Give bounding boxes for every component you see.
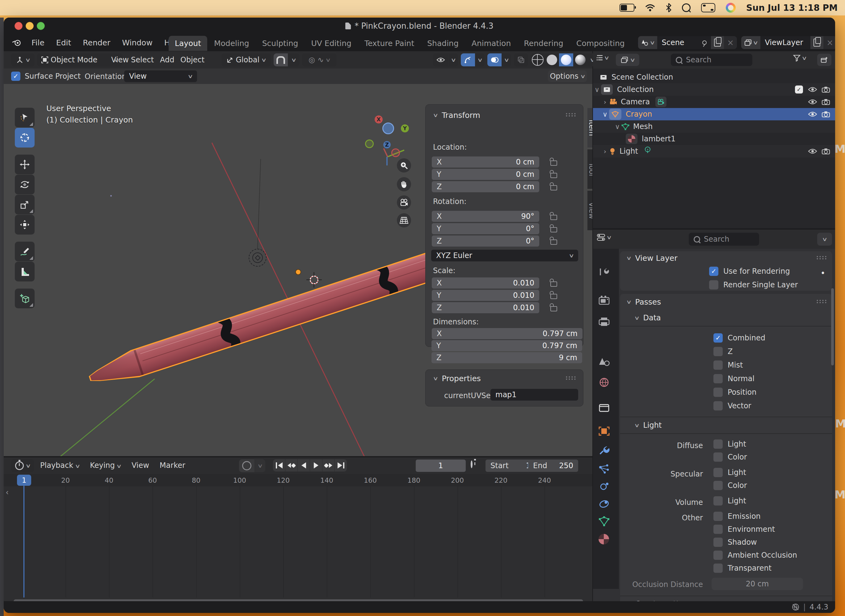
render-camera-icon[interactable] [821,111,830,117]
timeline-editor-type[interactable]: ∨ [11,459,34,472]
other-shadow-checkbox[interactable] [713,538,723,547]
tab-particles[interactable] [598,463,610,475]
viewport-menu-view[interactable]: View [111,56,129,64]
surface-project-checkbox[interactable]: ✓ [11,72,21,81]
jump-to-start-button[interactable] [273,459,285,472]
pass-z-checkbox[interactable] [713,347,723,356]
navigation-gizmo[interactable]: X Y Z [359,109,414,152]
diffuse-color-checkbox[interactable] [713,452,723,462]
properties-options-dropdown[interactable]: ∨ [817,233,832,246]
transform-orientation-selector[interactable]: Global ∨ [222,53,271,66]
render-single-layer-checkbox[interactable] [709,280,719,289]
blender-logo-icon[interactable] [12,38,21,47]
orientation-dropdown[interactable]: View ∨ [124,70,197,82]
timeline-menu-marker[interactable]: Marker [160,461,185,470]
timeline-ruler[interactable]: 20 40 60 80 100 120 140 160 180 200 220 … [4,474,592,486]
tool-transform[interactable] [15,215,35,235]
gizmo-axis-y-neg[interactable] [365,139,374,148]
npanel-tab-view[interactable]: View [588,191,592,230]
auto-keying-toggle[interactable] [239,459,254,472]
light-subpanel-title[interactable]: Light [643,421,661,430]
chevron-down-icon[interactable]: ∨ [626,255,632,261]
playhead-frame-badge[interactable]: 1 [17,475,31,486]
pass-mist-checkbox[interactable] [713,361,723,370]
object-origin-dot[interactable] [295,269,301,275]
timeline-menu-keying[interactable]: Keying ∨ [90,461,121,470]
tool-measure[interactable] [15,262,35,282]
workspace-tab-compositing[interactable]: Compositing [570,36,631,51]
outliner-editor-type[interactable]: ∨ [596,54,608,61]
gizmos-toggle[interactable] [461,53,475,66]
keying-options[interactable]: ∨ [255,459,265,472]
tab-data[interactable] [598,516,610,528]
light-object-indicator[interactable] [248,249,266,267]
timeline-tracks[interactable]: ‹ [4,486,592,597]
gizmo-axis-x[interactable]: X [375,116,383,123]
expand-channels-icon[interactable]: ‹ [6,488,9,497]
hide-eye-icon[interactable] [808,87,817,92]
camera-view-button[interactable] [397,195,411,210]
scene-browse-button[interactable]: ∨ [638,36,657,49]
workspace-tab-layout[interactable]: Layout [169,36,207,51]
end-frame-field[interactable]: End250 [528,459,578,472]
timeline-menu-playback[interactable]: Playback ∨ [40,461,79,470]
previous-keyframe-button[interactable] [285,459,298,472]
render-camera-icon[interactable] [821,148,830,155]
chevron-down-icon[interactable]: ∨ [634,423,640,428]
editor-type-selector[interactable]: ∨ [11,53,35,66]
expander-icon[interactable]: ∨ [613,123,622,131]
panel-drag-handle[interactable] [816,299,827,304]
pass-combined-checkbox[interactable]: ✓ [713,333,723,343]
outliner-search[interactable]: Search [671,54,752,66]
outliner-filter[interactable]: ∨ [793,54,806,62]
menu-window[interactable]: Window [121,38,154,47]
display-mode-selector[interactable]: ∨ [616,54,639,66]
current-frame-field[interactable]: 1 [416,459,466,472]
expander-icon[interactable]: ∨ [593,86,601,94]
shading-rendered-button[interactable] [573,53,588,66]
panel-drag-handle[interactable] [565,376,576,380]
tool-rotate[interactable] [15,175,35,194]
tab-world[interactable] [598,377,610,389]
properties-scrollbar[interactable] [831,288,834,365]
hide-eye-icon[interactable] [808,148,817,154]
hide-eye-icon[interactable] [808,99,817,105]
workspace-tab-sculpting[interactable]: Sculpting [256,36,304,51]
tab-tool[interactable] [598,267,610,279]
tab-output[interactable] [598,317,610,329]
volume-light-checkbox[interactable] [713,496,723,506]
viewport-canvas[interactable]: User Perspective (1) Collection | Crayon [4,84,592,456]
viewport-menu-add[interactable]: Add [160,56,174,64]
viewport-menu-object[interactable]: Object [180,56,204,64]
tab-collection[interactable] [598,402,610,414]
menu-edit[interactable]: Edit [55,38,72,47]
battery-icon[interactable] [620,4,634,12]
close-window-button[interactable] [15,22,22,30]
snap-toggle[interactable] [273,53,288,66]
tab-scene[interactable] [598,357,610,368]
zoom-window-button[interactable] [37,22,45,30]
visibility-dropdown[interactable] [433,53,448,66]
tool-scale[interactable] [15,195,35,214]
jump-to-end-button[interactable] [335,459,347,472]
occlusion-distance-field[interactable]: 20 cm [711,578,803,590]
diffuse-light-checkbox[interactable] [713,440,723,449]
viewlayer-name-field[interactable]: ViewLayer [760,36,810,49]
pass-normal-checkbox[interactable] [713,374,723,383]
animatable-dot[interactable]: • [821,268,825,278]
tab-modifiers[interactable] [598,446,610,458]
tab-object[interactable] [598,426,610,438]
tool-select-box[interactable] [15,108,35,128]
workspace-tab-texture-paint[interactable]: Texture Paint [358,36,420,51]
expander-icon[interactable]: › [601,98,609,106]
crayon-object[interactable] [85,250,443,393]
collection-exclude-checkbox[interactable]: ✓ [795,85,803,94]
outliner-row-camera[interactable]: › Camera [593,96,835,108]
workspace-tab-rendering[interactable]: Rendering [517,36,570,51]
scene-new-button[interactable] [711,36,724,49]
use-for-rendering-checkbox[interactable]: ✓ [709,267,719,276]
expander-icon[interactable]: ∨ [601,110,609,118]
timeline-menu-view[interactable]: View [132,461,149,470]
properties-search[interactable]: Search [689,233,759,246]
viewlayer-browse-button[interactable]: ∨ [741,36,760,49]
